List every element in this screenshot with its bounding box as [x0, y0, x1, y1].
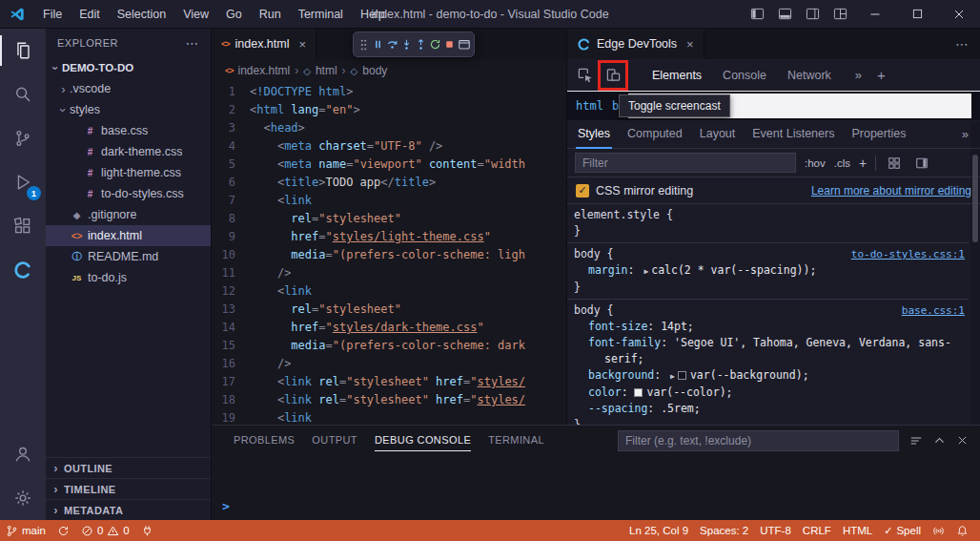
pane-tab-event-listeners[interactable]: Event Listeners [744, 120, 843, 149]
toggle-panel-icon[interactable] [771, 0, 799, 29]
menu-edit[interactable]: Edit [71, 0, 109, 29]
close-tab-icon[interactable]: × [299, 37, 307, 52]
line-number[interactable]: 16 [212, 355, 250, 373]
dom-tree-row[interactable]: html bo Toggle screencast [567, 92, 980, 120]
panel-tab-output[interactable]: OUTPUT [303, 426, 366, 455]
step-out-icon[interactable] [414, 33, 428, 55]
customize-layout-icon[interactable] [827, 0, 854, 29]
line-number[interactable]: 2 [212, 101, 250, 119]
line-number[interactable]: 7 [212, 192, 250, 210]
rule-selector[interactable]: element.style { [574, 207, 673, 223]
expand-arrow-icon[interactable]: ▶ [643, 267, 648, 276]
problems-indicator[interactable]: 0 0 [75, 520, 135, 541]
file-styles[interactable]: ›styles [46, 99, 211, 120]
language-mode[interactable]: HTML [837, 520, 878, 541]
section-metadata[interactable]: ›METADATA [46, 499, 211, 520]
mirror-editing-checkbox[interactable]: ✓ [576, 184, 589, 198]
file-index.html[interactable]: <>index.html [46, 225, 211, 246]
devtools-scrollbar[interactable] [970, 122, 980, 425]
scrollbar-thumb[interactable] [972, 155, 978, 242]
encoding-setting[interactable]: UTF-8 [754, 520, 797, 541]
code-area[interactable]: 1<!DOCTYPE html>2<html lang="en">3 <head… [212, 82, 566, 425]
restart-icon[interactable] [428, 33, 442, 55]
sync-icon[interactable] [51, 520, 75, 541]
tab-index-html[interactable]: <> index.html × [212, 29, 316, 59]
rule-selector[interactable]: body { [574, 302, 614, 319]
more-actions-icon[interactable]: ⋯ [186, 35, 200, 51]
maximize-button[interactable] [896, 0, 938, 29]
line-number[interactable]: 3 [212, 119, 250, 137]
menu-go[interactable]: Go [217, 0, 251, 29]
section-timeline[interactable]: ›TIMELINE [46, 478, 211, 499]
maximize-panel-icon[interactable] [933, 434, 946, 447]
breadcrumb-body[interactable]: body [362, 64, 387, 77]
toggle-primary-sidebar-icon[interactable] [744, 0, 771, 29]
panel-tab-debug-console[interactable]: DEBUG CONSOLE [366, 426, 480, 455]
cursor-position[interactable]: Ln 25, Col 9 [623, 520, 694, 541]
line-number[interactable]: 11 [212, 264, 250, 282]
spell-checker-status[interactable]: ✓ Spell [878, 520, 927, 541]
indentation-setting[interactable]: Spaces: 2 [694, 520, 754, 541]
menu-selection[interactable]: Selection [109, 0, 174, 29]
toggle-screencast-icon[interactable] [602, 64, 624, 87]
screencast-icon[interactable] [457, 33, 471, 55]
notifications-bell-icon[interactable] [950, 520, 974, 541]
step-into-icon[interactable] [399, 33, 414, 55]
css-declaration[interactable]: --spacing: .5rem; [574, 401, 969, 417]
css-source-link[interactable]: to-do-styles.css:1 [851, 246, 969, 262]
step-over-icon[interactable] [385, 33, 399, 55]
line-number[interactable]: 14 [212, 319, 250, 337]
css-declaration[interactable]: font-size: 14pt; [574, 319, 969, 335]
tool-tab-network[interactable]: Network [777, 59, 842, 92]
settings-gear-icon[interactable] [0, 476, 46, 520]
debug-launch-icon[interactable] [135, 520, 159, 541]
line-number[interactable]: 10 [212, 246, 250, 264]
panel-tab-terminal[interactable]: TERMINAL [480, 426, 553, 455]
expand-arrow-icon[interactable]: ▶ [670, 372, 675, 381]
broadcast-icon[interactable] [927, 520, 950, 541]
breadcrumb-file[interactable]: index.html [238, 64, 291, 77]
close-button[interactable] [938, 0, 980, 29]
file-.gitignore[interactable]: ◆.gitignore [46, 204, 211, 225]
more-tools-icon[interactable]: » [855, 68, 862, 82]
grid-view-icon[interactable] [885, 154, 904, 173]
section-outline[interactable]: ›OUTLINE [46, 457, 211, 478]
menu-file[interactable]: File [34, 0, 71, 29]
toggle-secondary-sidebar-icon[interactable] [799, 0, 827, 29]
menu-terminal[interactable]: Terminal [290, 0, 352, 29]
file-.vscode[interactable]: ›.vscode [46, 78, 211, 99]
eol-setting[interactable]: CRLF [797, 520, 837, 541]
tab-edge-devtools[interactable]: Edge DevTools × [567, 29, 704, 59]
css-declaration[interactable]: margin: ▶calc(2 * var(--spacing)); [574, 262, 969, 280]
pane-tab-computed[interactable]: Computed [619, 120, 691, 149]
line-number[interactable]: 12 [212, 282, 250, 301]
rule-selector[interactable]: body { [574, 246, 614, 262]
file-README.md[interactable]: ⓘREADME.md [46, 246, 211, 267]
line-number[interactable]: 13 [212, 301, 250, 319]
line-number[interactable]: 8 [212, 210, 250, 228]
file-base.css[interactable]: #base.css [46, 120, 211, 141]
panel-menu-icon[interactable] [909, 434, 923, 447]
panel-tab-problems[interactable]: PROBLEMS [225, 426, 303, 455]
computed-sidebar-toggle-icon[interactable] [912, 154, 931, 173]
file-light-theme.css[interactable]: #light-theme.css [46, 162, 211, 183]
line-number[interactable]: 17 [212, 373, 250, 391]
line-number[interactable]: 6 [212, 174, 250, 192]
minimize-button[interactable] [854, 0, 896, 29]
close-tab-icon[interactable]: × [686, 37, 694, 52]
mirror-editing-learn-more-link[interactable]: Learn more about mirror editing [811, 184, 971, 198]
pane-tab-layout[interactable]: Layout [691, 120, 745, 149]
sidebar-item-extensions[interactable] [0, 204, 46, 248]
line-number[interactable]: 9 [212, 228, 250, 246]
sidebar-item-run-and-debug[interactable]: 1 [0, 160, 46, 204]
line-number[interactable]: 15 [212, 337, 250, 355]
close-panel-icon[interactable] [956, 434, 969, 447]
line-number[interactable]: 4 [212, 137, 250, 156]
css-declaration[interactable]: font-family: 'Segoe UI', Tahoma, Geneva,… [574, 335, 969, 367]
pause-icon[interactable] [371, 33, 385, 55]
more-actions-icon[interactable]: ⋯ [944, 29, 980, 59]
sidebar-item-search[interactable] [0, 73, 46, 116]
new-style-rule-button[interactable]: + [859, 156, 867, 171]
css-declaration[interactable]: background: ▶var(--background); [574, 367, 969, 385]
menu-run[interactable]: Run [251, 0, 290, 29]
